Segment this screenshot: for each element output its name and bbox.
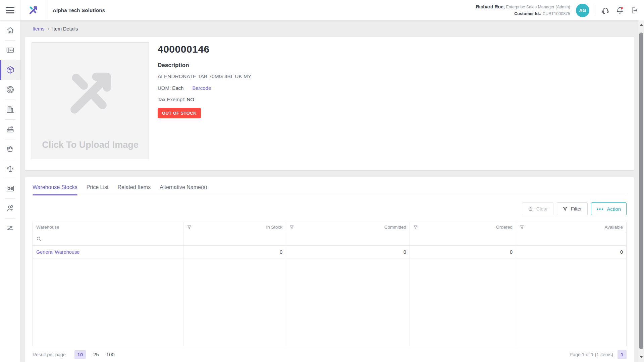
tax-exempt-label: Tax Exempt: bbox=[158, 97, 185, 102]
building-icon bbox=[6, 105, 15, 114]
customer-id-label: Customer Id.: bbox=[514, 11, 541, 16]
chevron-right-icon: › bbox=[47, 26, 49, 32]
topbar-right: Richard Roe, Enterprise Sales Manager (A… bbox=[476, 3, 644, 17]
table-toolbar: Clear Filter ••• Action bbox=[33, 202, 627, 215]
item-details-card: Warehouse Stocks Price List Related Item… bbox=[25, 177, 634, 362]
upload-label: Click To Upload Image bbox=[32, 140, 149, 150]
filter-funnel-icon[interactable] bbox=[289, 225, 294, 230]
item-code: 400000146 bbox=[158, 44, 251, 55]
filter-funnel-icon[interactable] bbox=[413, 225, 418, 230]
home-icon bbox=[6, 26, 15, 35]
sidebar-item-reports[interactable] bbox=[0, 179, 20, 198]
available-value: 0 bbox=[516, 246, 627, 258]
table-header-row: Warehouse In Stock Committed bbox=[33, 222, 627, 232]
tab-price-list[interactable]: Price List bbox=[87, 184, 109, 195]
filter-label: Filter bbox=[571, 206, 582, 212]
description-text: ALENDRONATE TAB 70MG 4BL UK MY bbox=[158, 73, 251, 79]
column-header-warehouse[interactable]: Warehouse bbox=[33, 222, 183, 232]
committed-value: 0 bbox=[286, 246, 410, 258]
tax-row: Tax Exempt:NO bbox=[158, 97, 251, 102]
scroll-down-arrow[interactable] bbox=[640, 356, 643, 358]
column-header-in-stock[interactable]: In Stock bbox=[183, 222, 286, 232]
page-size-option-25[interactable]: 25 bbox=[93, 352, 99, 357]
tab-related-items[interactable]: Related Items bbox=[117, 184, 151, 195]
sidebar-item-crm[interactable]: CRM bbox=[0, 40, 20, 60]
search-icon bbox=[36, 236, 42, 242]
sidebar-item-settings[interactable] bbox=[0, 218, 20, 238]
sidebar-item-company[interactable] bbox=[0, 100, 20, 119]
top-bar: Alpha Tech Solutions Richard Roe, Enterp… bbox=[0, 0, 644, 20]
warehouse-link[interactable]: General Warehouse bbox=[36, 249, 79, 255]
main-content: Items › Item Details Click To Upload Ima… bbox=[20, 20, 644, 362]
sidebar-item-purchases[interactable] bbox=[0, 139, 20, 159]
user-name: Richard Roe, bbox=[476, 4, 504, 9]
user-info: Richard Roe, Enterprise Sales Manager (A… bbox=[476, 3, 570, 17]
sidebar-item-customers[interactable] bbox=[0, 198, 20, 218]
filter-cell[interactable] bbox=[516, 232, 627, 246]
barcode-link[interactable]: Barcode bbox=[192, 85, 211, 91]
filter-funnel-icon[interactable] bbox=[187, 225, 192, 230]
filter-cell[interactable] bbox=[286, 232, 410, 246]
uom-row: UOM:EachBarcode bbox=[158, 85, 251, 91]
table-search-row bbox=[33, 232, 627, 246]
customer-id-value: CUST1000875 bbox=[542, 11, 570, 16]
scrollbar-thumb[interactable] bbox=[639, 33, 643, 349]
x-logo-icon bbox=[27, 4, 40, 17]
page-size-option-100[interactable]: 100 bbox=[106, 352, 115, 357]
image-upload-area[interactable]: Click To Upload Image bbox=[32, 42, 149, 159]
column-header-available[interactable]: Available bbox=[516, 222, 627, 232]
tab-warehouse-stocks[interactable]: Warehouse Stocks bbox=[33, 184, 77, 195]
svg-text:CRM: CRM bbox=[9, 49, 13, 51]
vertical-scrollbar[interactable] bbox=[638, 20, 644, 362]
in-stock-value: 0 bbox=[183, 246, 286, 258]
item-summary-card: Click To Upload Image 400000146 Descript… bbox=[25, 37, 634, 170]
breadcrumb: Items › Item Details bbox=[20, 20, 644, 37]
menu-icon[interactable] bbox=[0, 0, 20, 20]
table-empty-area bbox=[33, 258, 627, 346]
ordered-value: 0 bbox=[410, 246, 516, 258]
add-user-icon bbox=[6, 204, 15, 213]
uom-label: UOM: bbox=[158, 85, 171, 91]
sidebar-item-pos[interactable] bbox=[0, 119, 20, 139]
sidebar: CRM $ bbox=[0, 20, 20, 362]
ellipsis-icon: ••• bbox=[597, 206, 604, 212]
breadcrumb-current: Item Details bbox=[52, 26, 78, 32]
filter-cell[interactable] bbox=[410, 232, 516, 246]
sidebar-item-accounting[interactable]: D C bbox=[0, 159, 20, 179]
sidebar-item-items[interactable] bbox=[0, 60, 20, 80]
column-header-ordered[interactable]: Ordered bbox=[410, 222, 516, 232]
support-headset-icon[interactable] bbox=[601, 6, 610, 15]
warehouse-stocks-table: Warehouse In Stock Committed bbox=[33, 222, 627, 346]
avatar[interactable]: AG bbox=[576, 4, 589, 17]
clear-button[interactable]: Clear bbox=[522, 202, 554, 215]
action-label: Action bbox=[607, 206, 621, 212]
filter-cell[interactable] bbox=[183, 232, 286, 246]
warehouse-search-cell[interactable] bbox=[33, 232, 183, 246]
action-button[interactable]: ••• Action bbox=[591, 202, 627, 215]
sidebar-item-sales[interactable]: $ bbox=[0, 80, 20, 100]
shopping-bags-icon bbox=[6, 144, 15, 154]
tab-alternative-names[interactable]: Alternative Name(s) bbox=[160, 184, 207, 195]
clear-label: Clear bbox=[536, 206, 548, 212]
page-1-button[interactable]: 1 bbox=[618, 350, 627, 359]
scroll-up-arrow[interactable] bbox=[640, 24, 643, 26]
divider bbox=[595, 5, 595, 16]
svg-text:$: $ bbox=[9, 88, 11, 92]
table-footer: Result per page 10 25 100 Page 1 of 1 (1… bbox=[33, 350, 627, 359]
filter-button[interactable]: Filter bbox=[557, 202, 587, 215]
table-row: General Warehouse 0 0 0 0 bbox=[33, 246, 627, 258]
app-logo[interactable] bbox=[20, 0, 46, 20]
stock-status-badge: OUT OF STOCK bbox=[158, 108, 201, 118]
svg-text:D: D bbox=[7, 166, 9, 169]
page-size-option-10[interactable]: 10 bbox=[74, 350, 86, 359]
sidebar-item-home[interactable] bbox=[0, 20, 20, 40]
page-info: Page 1 of 1 (1 items) bbox=[570, 352, 613, 357]
column-header-committed[interactable]: Committed bbox=[286, 222, 410, 232]
notifications-bell-icon[interactable] bbox=[615, 6, 624, 15]
user-role: Enterprise Sales Manager (Admin) bbox=[506, 5, 570, 9]
sliders-icon bbox=[6, 224, 15, 233]
logout-icon[interactable] bbox=[630, 6, 639, 15]
breadcrumb-items-link[interactable]: Items bbox=[33, 26, 44, 32]
placeholder-x-logo-icon bbox=[57, 60, 124, 127]
filter-funnel-icon[interactable] bbox=[520, 225, 524, 230]
